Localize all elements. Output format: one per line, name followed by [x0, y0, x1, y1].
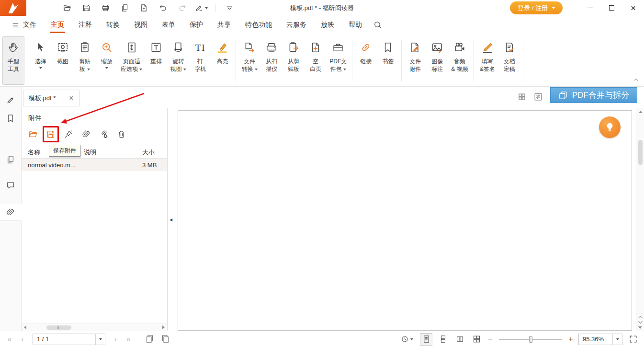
ribbon-blank-page-button[interactable]: 空白页: [305, 36, 327, 85]
menu-tab-home[interactable]: 主页: [44, 16, 71, 34]
ribbon-fill-sign-button[interactable]: 填写&签名: [476, 36, 498, 85]
add-attachment-button[interactable]: [63, 128, 74, 140]
ribbon-file-attachment-button[interactable]: 文件附件: [404, 36, 426, 85]
ribbon-page-fit-options-button[interactable]: 页面适应选项: [118, 36, 145, 85]
delete-attachment-button[interactable]: [116, 128, 127, 140]
pdf-page[interactable]: [178, 110, 632, 331]
ribbon-zoom-button[interactable]: 缩放: [96, 36, 118, 85]
facing-view-button[interactable]: [453, 333, 466, 346]
collapse-ribbon-button[interactable]: [633, 76, 639, 83]
open-file-button[interactable]: [59, 2, 75, 14]
previous-page-scroll-button[interactable]: [638, 315, 643, 319]
scroll-right-arrow[interactable]: [162, 325, 165, 329]
ribbon-file-convert-button[interactable]: 文件转换: [238, 36, 260, 85]
menu-tab-file[interactable]: 文件: [5, 16, 44, 34]
fullscreen-button[interactable]: [627, 333, 639, 346]
ribbon-document-finalize-button[interactable]: 文档定稿: [498, 36, 520, 85]
menu-tab-comment[interactable]: 注释: [71, 16, 99, 34]
previous-view-button[interactable]: [143, 333, 156, 346]
new-document-button[interactable]: [136, 2, 152, 14]
menu-tab-cloud[interactable]: 云服务: [279, 16, 314, 34]
menu-tab-view[interactable]: 视图: [127, 16, 155, 34]
attachment-row[interactable]: normal video.m...3 MB: [22, 159, 167, 171]
horizontal-scrollbar-thumb[interactable]: [46, 325, 71, 330]
panel-horizontal-scrollbar[interactable]: [22, 324, 167, 331]
ribbon-image-annotation-button[interactable]: 图像标注: [426, 36, 448, 85]
first-page-button[interactable]: «: [5, 335, 14, 344]
tab-close-button[interactable]: ×: [69, 94, 73, 102]
save-attachment-button[interactable]: [45, 128, 56, 140]
save-file-button[interactable]: [78, 2, 94, 14]
ribbon-bookmark-button[interactable]: 书签: [377, 36, 399, 85]
sidebar-bookmarks-panel-button[interactable]: [0, 110, 22, 127]
ribbon-from-clipboard-button[interactable]: 从剪贴板: [282, 36, 305, 85]
undo-button[interactable]: [155, 2, 171, 14]
menu-tab-slideshow[interactable]: 放映: [314, 16, 341, 34]
next-page-scroll-button[interactable]: [638, 321, 643, 324]
last-page-button[interactable]: »: [124, 335, 133, 344]
next-view-button[interactable]: [159, 333, 171, 346]
auto-scroll-button[interactable]: [397, 333, 416, 346]
column-description[interactable]: 说明: [79, 148, 139, 157]
redo-button[interactable]: [174, 2, 190, 14]
menu-tab-help[interactable]: 帮助: [341, 16, 369, 34]
sidebar-annotate-tools-button[interactable]: [0, 92, 22, 109]
print-button[interactable]: [97, 2, 113, 14]
ribbon-clipboard-button[interactable]: 剪贴板: [74, 36, 96, 85]
ribbon-highlight-button[interactable]: 高亮: [211, 36, 233, 85]
ribbon-typewriter-button[interactable]: TI打字机: [189, 36, 211, 85]
ribbon-hand-tool-button[interactable]: 手型工具: [2, 36, 24, 85]
ribbon-audio-video-button[interactable]: 音频& 视频: [448, 36, 471, 85]
maximize-button[interactable]: [601, 0, 622, 16]
continuous-view-button[interactable]: [437, 333, 449, 346]
menu-tab-features[interactable]: 特色功能: [238, 16, 279, 34]
attachment-settings-button[interactable]: [98, 128, 110, 140]
zoom-slider[interactable]: [499, 339, 562, 340]
menu-tab-form[interactable]: 表单: [155, 16, 182, 34]
open-attachment-button[interactable]: [27, 128, 39, 140]
switch-tabs-icon[interactable]: [533, 92, 543, 102]
zoom-slider-thumb[interactable]: [529, 336, 532, 343]
ribbon-link-button[interactable]: 链接: [355, 36, 377, 85]
vertical-scrollbar[interactable]: [636, 108, 644, 331]
zoom-out-button[interactable]: −: [487, 335, 494, 344]
menu-tab-share[interactable]: 共享: [210, 16, 238, 34]
pdf-merge-split-button[interactable]: PDF合并与拆分: [550, 87, 637, 103]
attach-file-button[interactable]: [80, 128, 92, 140]
scroll-up-arrow[interactable]: [639, 111, 643, 113]
panel-collapse-handle[interactable]: ◀: [168, 210, 174, 229]
vertical-scrollbar-thumb[interactable]: [638, 140, 643, 165]
grid-view-icon[interactable]: [518, 93, 526, 101]
menu-tab-protect[interactable]: 保护: [182, 16, 210, 34]
next-page-button[interactable]: ›: [111, 335, 120, 344]
menu-tab-convert[interactable]: 转换: [99, 16, 127, 34]
close-button[interactable]: ×: [622, 0, 644, 16]
scroll-left-arrow[interactable]: [24, 325, 26, 329]
minimize-button[interactable]: [579, 0, 601, 16]
zoom-combo-caret-icon[interactable]: [612, 334, 622, 345]
quad-view-button[interactable]: [470, 333, 483, 346]
login-register-button[interactable]: 登录 / 注册: [510, 1, 563, 14]
zoom-level-combo[interactable]: 95.36%: [578, 334, 622, 345]
sidebar-comments-panel-button[interactable]: [0, 177, 22, 194]
document-tab[interactable]: 模板.pdf * ×: [23, 90, 79, 106]
scroll-down-arrow[interactable]: [638, 326, 642, 329]
column-size[interactable]: 大小: [139, 148, 167, 157]
ribbon-from-scanner-button[interactable]: 从扫描仪: [260, 36, 282, 85]
ribbon-rotate-view-button[interactable]: 旋转视图: [167, 36, 189, 85]
sidebar-pages-panel-button[interactable]: [0, 151, 22, 168]
sidebar-attachments-panel-button[interactable]: [0, 204, 22, 221]
previous-page-button[interactable]: ‹: [18, 335, 27, 344]
page-combo-caret-icon[interactable]: [95, 334, 105, 345]
copy-page-button[interactable]: [116, 2, 133, 14]
ribbon-select-tool-button[interactable]: 选择: [30, 36, 52, 85]
foxit-logo-icon[interactable]: [0, 0, 26, 16]
ribbon-pdf-package-button[interactable]: PDF文件包: [327, 36, 350, 85]
ribbon-snapshot-button[interactable]: 截图: [52, 36, 74, 85]
assistant-lightbulb-button[interactable]: [599, 116, 621, 138]
search-icon[interactable]: [373, 20, 383, 30]
collapse-toolbar-button[interactable]: [221, 2, 237, 14]
signature-tool-button[interactable]: [193, 2, 209, 14]
zoom-in-button[interactable]: +: [567, 335, 574, 344]
page-number-combo[interactable]: 1 / 1: [33, 334, 105, 345]
